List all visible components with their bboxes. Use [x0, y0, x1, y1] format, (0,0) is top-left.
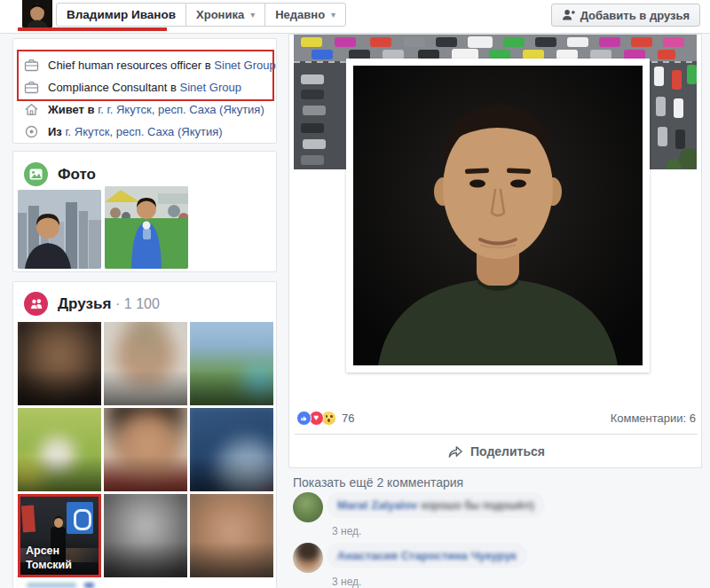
- facebook-profile-page: Владимир Иванов Хроника ▾ Недавно ▾ Доба…: [0, 0, 710, 588]
- photos-header[interactable]: Фото: [24, 162, 96, 186]
- briefcase-icon: [24, 58, 39, 73]
- photo-thumbnail-marathon[interactable]: [105, 186, 188, 269]
- chevron-down-icon: ▾: [250, 10, 255, 20]
- comment-author-blurred[interactable]: Анастасия Старостина Чукурук: [337, 549, 517, 562]
- friend-tile-blurred[interactable]: [190, 408, 273, 491]
- friends-count: · 1 100: [115, 296, 160, 311]
- friend-tile-blurred[interactable]: [190, 494, 273, 577]
- profile-picture-large[interactable]: [346, 59, 650, 372]
- like-reaction-icon[interactable]: [296, 411, 312, 426]
- briefcase-icon: [24, 80, 39, 95]
- reactions-row: ♥ 76 Комментарии: 6: [296, 409, 696, 427]
- post-divider: [295, 434, 698, 435]
- lives-in-item: Живет в г. г. Якутск, респ. Саха (Якутия…: [24, 102, 264, 117]
- share-button[interactable]: Поделиться: [289, 439, 703, 464]
- cutoff-thumbnail-fragment: [27, 583, 76, 588]
- share-arrow-icon: [447, 444, 463, 459]
- photos-card: Фото: [12, 151, 277, 272]
- city-link[interactable]: г. г. Якутск, респ. Саха (Якутия): [98, 103, 264, 116]
- cutoff-thumbnail-fragment: [84, 583, 94, 588]
- annotation-red-underline: [18, 27, 167, 31]
- person-plus-icon: [562, 9, 575, 21]
- workplace-link[interactable]: Sinet Group: [180, 81, 241, 94]
- profile-name-button[interactable]: Владимир Иванов: [56, 3, 186, 27]
- from-item: Из г. Якутск, респ. Саха (Якутия): [24, 124, 223, 139]
- friend-tile-blurred[interactable]: [18, 408, 101, 491]
- friend-tile-blurred[interactable]: [104, 494, 187, 577]
- photo-post-card: ♥ 76 Комментарии: 6 Поделиться: [288, 34, 702, 468]
- photos-title: Фото: [58, 166, 96, 184]
- top-navigation-bar: Владимир Иванов Хроника ▾ Недавно ▾ Доба…: [0, 0, 710, 34]
- friend-tile-blurred[interactable]: [18, 322, 101, 405]
- photos-icon: [24, 162, 48, 186]
- friend-tile-blurred[interactable]: [190, 322, 273, 405]
- avatar-portrait-art: [22, 0, 52, 27]
- city-link[interactable]: г. Якутск, респ. Саха (Якутия): [65, 125, 222, 138]
- comment-bubble[interactable]: Marat Zalyalov хорошо бы подошёл): [327, 492, 545, 518]
- location-pin-icon: [24, 124, 39, 139]
- friend-tile-arsen-tomskiy[interactable]: Арсен Томский: [18, 494, 101, 577]
- commenter-avatar[interactable]: [293, 492, 323, 522]
- work-text: Compliance Consultant в Sinet Group: [48, 81, 241, 94]
- friends-header[interactable]: Друзья · 1 100: [24, 292, 160, 316]
- reaction-count[interactable]: 76: [342, 412, 354, 425]
- intro-card: Chief human resources officer в Sinet Gr…: [12, 38, 277, 144]
- comment-timestamp[interactable]: 3 нед.: [332, 525, 361, 537]
- friends-card: Друзья · 1 100 Арсен Томский: [12, 281, 277, 588]
- friend-name-label: Арсен Томский: [26, 544, 72, 573]
- comment-timestamp[interactable]: 3 нед.: [332, 576, 361, 588]
- commenter-avatar[interactable]: [293, 543, 323, 573]
- lives-text: Живет в г. г. Якутск, респ. Саха (Якутия…: [48, 103, 264, 116]
- profile-tabs-group: Владимир Иванов Хроника ▾ Недавно ▾: [56, 3, 345, 27]
- comment-bubble[interactable]: Анастасия Старостина Чукурук: [327, 543, 527, 568]
- friend-tile-blurred[interactable]: [104, 322, 187, 405]
- photo-thumbnail-city[interactable]: [18, 190, 101, 269]
- work-item-2: Compliance Consultant в Sinet Group: [24, 80, 241, 95]
- friend-tile-blurred[interactable]: [104, 408, 187, 491]
- chevron-down-icon: ▾: [331, 10, 335, 20]
- add-friend-button[interactable]: Добавить в друзья: [551, 4, 700, 27]
- show-more-comments-link[interactable]: Показать ещё 2 комментария: [293, 475, 463, 490]
- recent-filter-button[interactable]: Недавно ▾: [264, 3, 346, 27]
- comments-count-label[interactable]: Комментарии: 6: [611, 412, 696, 425]
- friends-title: Друзья · 1 100: [58, 295, 160, 313]
- from-text: Из г. Якутск, респ. Саха (Якутия): [48, 125, 223, 138]
- workplace-link[interactable]: Sinet Group: [214, 59, 275, 72]
- profile-name: Владимир Иванов: [67, 8, 176, 21]
- timeline-tab-button[interactable]: Хроника ▾: [185, 3, 265, 27]
- friends-icon: [24, 292, 48, 316]
- work-item-1: Chief human resources officer в Sinet Gr…: [24, 58, 276, 73]
- profile-avatar-small[interactable]: [22, 0, 52, 27]
- comment-author-blurred[interactable]: Marat Zalyalov: [337, 498, 417, 512]
- work-text: Chief human resources officer в Sinet Gr…: [48, 59, 276, 72]
- comment-text-blurred: хорошо бы подошёл): [421, 498, 534, 512]
- home-icon: [24, 102, 39, 117]
